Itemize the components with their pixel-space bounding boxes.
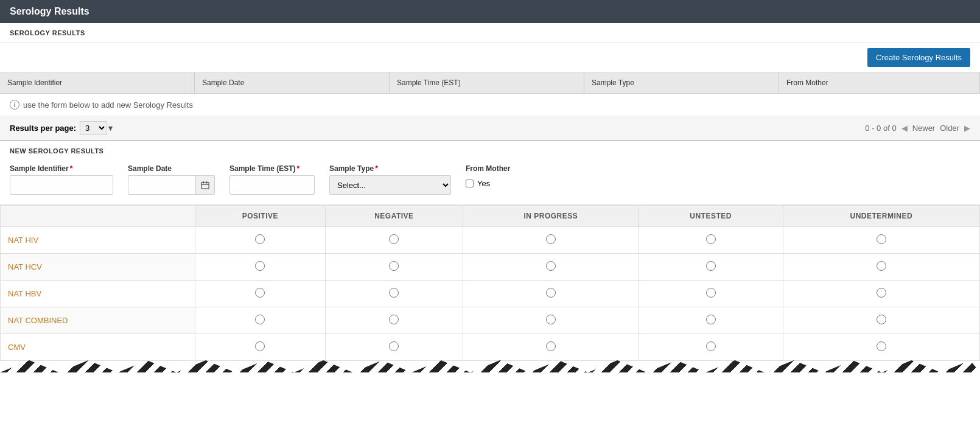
table-row: NAT HIV <box>1 227 980 254</box>
cell-untested <box>639 307 783 334</box>
results-table: POSITIVE NEGATIVE IN PROGRESS UNTESTED U… <box>0 205 980 361</box>
section-header: SEROLOGY RESULTS <box>0 23 980 43</box>
table-row: NAT COMBINED <box>1 307 980 334</box>
sample-time-label: Sample Time (EST)* <box>229 164 315 173</box>
new-serology-form: Sample Identifier* Sample Date 09-02-202… <box>0 158 980 205</box>
th-in-progress: IN PROGRESS <box>463 206 639 227</box>
cell-positive <box>195 227 326 254</box>
th-negative: NEGATIVE <box>325 206 463 227</box>
info-icon: i <box>10 100 19 110</box>
radio-untested[interactable] <box>706 341 716 351</box>
older-button[interactable]: ▶ <box>964 124 970 133</box>
from-mother-label: From Mother <box>466 164 510 173</box>
radio-positive[interactable] <box>255 261 265 271</box>
col-header-sample-date: Sample Date <box>195 72 390 93</box>
sample-time-input[interactable] <box>229 175 315 195</box>
cell-untested <box>639 227 783 254</box>
cell-negative <box>325 307 463 334</box>
from-mother-checkbox[interactable] <box>466 180 474 187</box>
radio-positive[interactable] <box>255 288 265 298</box>
radio-negative[interactable] <box>389 315 399 324</box>
radio-undetermined[interactable] <box>877 234 886 244</box>
radio-untested[interactable] <box>706 288 716 298</box>
th-undetermined: UNDETERMINED <box>783 206 979 227</box>
yes-label: Yes <box>477 179 490 188</box>
title-bar: Serology Results <box>0 0 980 23</box>
sample-date-label: Sample Date <box>128 164 215 173</box>
radio-negative[interactable] <box>389 341 399 351</box>
radio-untested[interactable] <box>706 234 716 244</box>
cell-negative <box>325 254 463 281</box>
older-label: Older <box>940 124 959 133</box>
radio-undetermined[interactable] <box>877 288 886 298</box>
cell-negative <box>325 227 463 254</box>
radio-undetermined[interactable] <box>877 261 886 271</box>
radio-undetermined[interactable] <box>877 315 886 324</box>
date-wrapper: 09-02-2022 <box>128 175 215 195</box>
radio-in-progress[interactable] <box>546 341 556 351</box>
row-label: NAT HCV <box>1 254 195 281</box>
pagination-row: Results per page: 3 5 10 ▾ 0 - 0 of 0 ◀ … <box>0 116 980 141</box>
per-page-select[interactable]: 3 5 10 <box>80 121 107 135</box>
sample-time-field: Sample Time (EST)* <box>229 164 315 195</box>
radio-in-progress[interactable] <box>546 315 556 324</box>
col-header-from-mother: From Mother <box>779 72 980 93</box>
radio-positive[interactable] <box>255 341 265 351</box>
cell-in-progress <box>463 281 639 307</box>
page-title: Serology Results <box>10 6 89 16</box>
sample-type-select[interactable]: Select... <box>329 175 451 195</box>
cell-negative <box>325 334 463 361</box>
from-mother-checkbox-wrapper: Yes <box>466 179 510 188</box>
sample-date-input[interactable]: 09-02-2022 <box>128 177 195 194</box>
th-name <box>1 206 195 227</box>
cell-positive <box>195 281 326 307</box>
cell-untested <box>639 281 783 307</box>
sample-identifier-label: Sample Identifier* <box>10 164 113 173</box>
pagination-left: Results per page: 3 5 10 ▾ <box>10 121 113 135</box>
cell-untested <box>639 254 783 281</box>
sample-date-field: Sample Date 09-02-2022 <box>128 164 215 195</box>
cell-undetermined <box>783 334 979 361</box>
cell-undetermined <box>783 254 979 281</box>
info-row: i use the form below to add new Serology… <box>0 94 980 116</box>
col-header-sample-time: Sample Time (EST) <box>390 72 584 93</box>
row-label: NAT COMBINED <box>1 307 195 334</box>
row-label: NAT HBV <box>1 281 195 307</box>
toolbar: Create Serology Results <box>0 43 980 72</box>
table-row: NAT HCV <box>1 254 980 281</box>
results-per-page-label: Results per page: <box>10 124 76 133</box>
cell-in-progress <box>463 307 639 334</box>
from-mother-field: From Mother Yes <box>466 164 510 188</box>
radio-positive[interactable] <box>255 315 265 324</box>
radio-untested[interactable] <box>706 261 716 271</box>
cell-in-progress <box>463 334 639 361</box>
page-count: 0 - 0 of 0 <box>865 124 896 133</box>
cell-undetermined <box>783 281 979 307</box>
radio-in-progress[interactable] <box>546 288 556 298</box>
radio-positive[interactable] <box>255 234 265 244</box>
table-row: NAT HBV <box>1 281 980 307</box>
cell-undetermined <box>783 307 979 334</box>
torn-edge <box>0 360 980 372</box>
radio-in-progress[interactable] <box>546 261 556 271</box>
cell-in-progress <box>463 254 639 281</box>
sample-identifier-input[interactable] <box>10 175 113 195</box>
radio-negative[interactable] <box>389 234 399 244</box>
radio-negative[interactable] <box>389 288 399 298</box>
calendar-button[interactable] <box>195 175 214 195</box>
row-label: CMV <box>1 334 195 361</box>
pagination-right: 0 - 0 of 0 ◀ Newer Older ▶ <box>865 124 970 133</box>
table-row: CMV <box>1 334 980 361</box>
newer-button[interactable]: ◀ <box>901 124 908 133</box>
sample-type-label: Sample Type* <box>329 164 451 173</box>
radio-undetermined[interactable] <box>877 341 886 351</box>
svg-rect-0 <box>201 183 209 189</box>
radio-untested[interactable] <box>706 315 716 324</box>
info-message: use the form below to add new Serology R… <box>23 100 193 110</box>
cell-positive <box>195 254 326 281</box>
new-section-header: NEW SEROLOGY RESULTS <box>0 141 980 158</box>
th-positive: POSITIVE <box>195 206 326 227</box>
create-serology-button[interactable]: Create Serology Results <box>867 48 970 67</box>
radio-negative[interactable] <box>389 261 399 271</box>
radio-in-progress[interactable] <box>546 234 556 244</box>
